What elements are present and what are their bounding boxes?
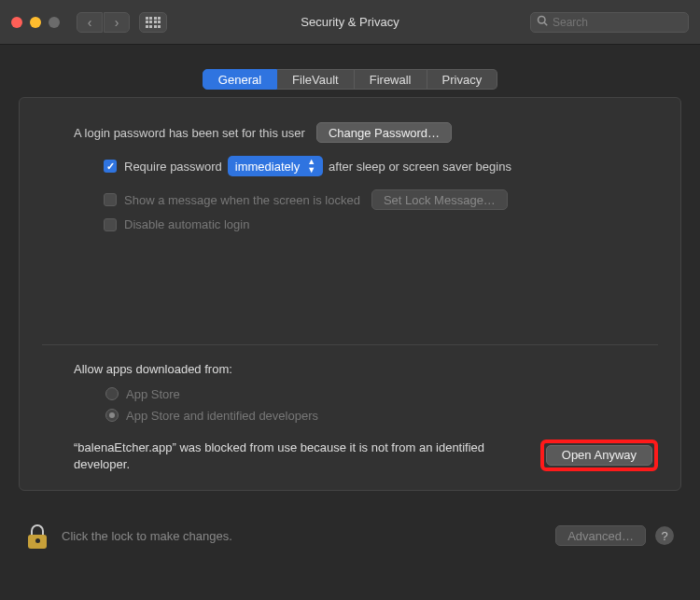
tab-filevault[interactable]: FileVault	[277, 69, 355, 90]
radio-app-store-label: App Store	[126, 387, 180, 401]
radio-app-store	[105, 387, 119, 400]
open-anyway-button[interactable]: Open Anyway	[546, 445, 652, 466]
lock-text: Click the lock to make changes.	[62, 529, 232, 543]
window-title: Security & Privacy	[301, 15, 399, 29]
require-password-label: Require password	[124, 160, 222, 174]
tab-firewall[interactable]: Firewall	[355, 69, 427, 90]
zoom-window-button-disabled	[49, 17, 60, 28]
titlebar: ‹ › Security & Privacy	[0, 0, 700, 45]
chevron-right-icon: ›	[115, 15, 119, 30]
svg-line-1	[544, 22, 547, 25]
require-password-checkbox[interactable]	[104, 160, 117, 173]
radio-identified-label: App Store and identified developers	[126, 409, 318, 423]
close-window-button[interactable]	[11, 17, 22, 28]
require-password-delay-value: immediately	[235, 160, 300, 174]
require-password-delay-select[interactable]: immediately ▲▼	[228, 156, 323, 176]
back-button[interactable]: ‹	[77, 12, 103, 33]
blocked-app-message: “balenaEtcher.app” was blocked from use …	[74, 440, 540, 473]
svg-point-0	[539, 17, 546, 24]
allow-apps-label: Allow apps downloaded from:	[74, 362, 658, 376]
footer: Click the lock to make changes. Advanced…	[0, 523, 700, 549]
advanced-button: Advanced…	[555, 525, 646, 546]
require-password-after-text: after sleep or screen saver begins	[329, 160, 511, 174]
updown-icon: ▲▼	[307, 158, 315, 174]
radio-identified-developers	[105, 409, 119, 422]
nav-group: ‹ ›	[77, 12, 130, 33]
lock-icon[interactable]	[26, 523, 49, 549]
disable-auto-login-label: Disable automatic login	[124, 217, 249, 231]
change-password-button[interactable]: Change Password…	[316, 122, 452, 143]
help-button[interactable]: ?	[655, 526, 674, 545]
login-password-text: A login password has been set for this u…	[74, 126, 305, 140]
tab-general[interactable]: General	[203, 69, 277, 90]
grid-icon	[146, 17, 161, 28]
search-input[interactable]	[553, 16, 682, 29]
tabs: General FileVault Firewall Privacy	[0, 69, 700, 90]
tab-privacy[interactable]: Privacy	[427, 69, 498, 90]
show-all-prefs-button[interactable]	[139, 12, 167, 33]
chevron-left-icon: ‹	[88, 15, 92, 30]
minimize-window-button[interactable]	[30, 17, 41, 28]
traffic-lights	[11, 17, 60, 28]
open-anyway-highlight: Open Anyway	[540, 440, 658, 471]
show-message-label: Show a message when the screen is locked	[124, 193, 360, 207]
show-message-checkbox	[104, 193, 117, 206]
divider	[42, 344, 658, 345]
search-icon	[537, 15, 548, 29]
disable-auto-login-checkbox	[104, 218, 117, 231]
forward-button[interactable]: ›	[104, 12, 130, 33]
set-lock-message-button: Set Lock Message…	[371, 189, 508, 210]
search-field[interactable]	[530, 12, 689, 33]
general-panel: A login password has been set for this u…	[19, 97, 681, 491]
